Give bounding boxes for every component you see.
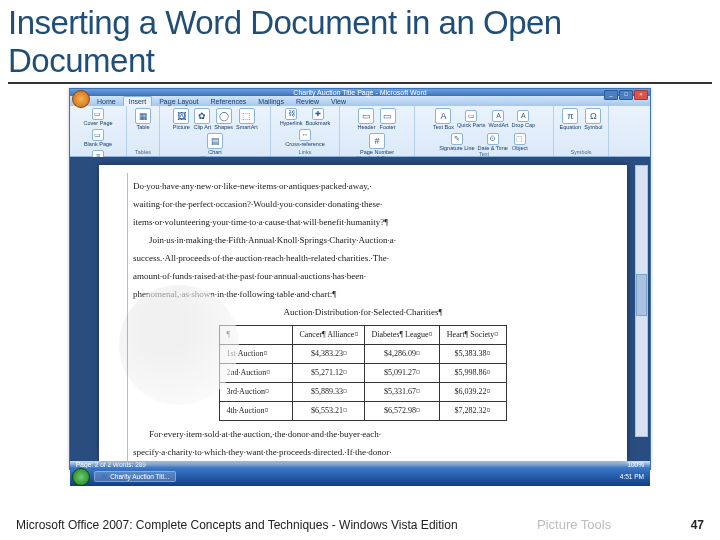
equation-button[interactable]: πEquation xyxy=(559,108,581,130)
table-row: 3rd·Auction¤$5,889.33¤$5,331.67¤$6,039.2… xyxy=(220,382,506,401)
drop-cap-button[interactable]: ADrop Cap xyxy=(512,110,536,128)
tab-review[interactable]: Review xyxy=(291,97,324,106)
start-button[interactable] xyxy=(72,468,90,486)
zoom-level[interactable]: 100% xyxy=(627,461,644,468)
group-label-tables: Tables xyxy=(135,149,151,155)
signature-line-button[interactable]: ✎Signature Line xyxy=(439,133,474,151)
chart-button[interactable]: ▤Chart xyxy=(206,133,224,155)
object-button[interactable]: ⬚Object xyxy=(511,133,529,151)
document-table: ¶ Cancer¶ Alliance¤ Diabetes¶ League¤ He… xyxy=(219,325,506,421)
quick-parts-button[interactable]: ▭Quick Parts xyxy=(457,110,485,128)
tab-view[interactable]: View xyxy=(326,97,351,106)
paragraph: items·or·volunteering·your·time·to·a·cau… xyxy=(133,213,593,231)
footer-text: Microsoft Office 2007: Complete Concepts… xyxy=(16,518,458,532)
office-button[interactable] xyxy=(72,90,90,108)
footer-button[interactable]: ▭Footer xyxy=(379,108,397,130)
tab-references[interactable]: References xyxy=(206,97,252,106)
cover-page-button[interactable]: ▭Cover Page xyxy=(83,108,112,126)
group-label-links: Links xyxy=(299,149,312,155)
tab-insert[interactable]: Insert xyxy=(123,96,153,106)
minimize-button[interactable]: _ xyxy=(604,90,618,100)
tab-home[interactable]: Home xyxy=(92,97,121,106)
scroll-thumb[interactable] xyxy=(636,274,647,316)
close-button[interactable]: × xyxy=(634,90,648,100)
vertical-scrollbar[interactable] xyxy=(635,165,648,437)
table-row: ¶ Cancer¶ Alliance¤ Diabetes¶ League¤ He… xyxy=(220,325,506,344)
group-text: AText Box ▭Quick Parts AWordArt ADrop Ca… xyxy=(415,106,554,156)
page-number-button[interactable]: #Page Number xyxy=(360,133,394,155)
text-box-button[interactable]: AText Box xyxy=(433,108,454,130)
taskbar: W Charity Auction Titl... 4:51 PM xyxy=(70,468,650,486)
word-window: Charity Auction Title Page - Microsoft W… xyxy=(69,88,651,470)
title-rule xyxy=(8,82,712,84)
system-clock: 4:51 PM xyxy=(620,473,650,480)
group-links: ⛓Hyperlink ✚Bookmark ↔Cross-reference Li… xyxy=(271,106,340,156)
group-pages: ▭Cover Page ▭Blank Page ≡Page Break Page… xyxy=(70,106,127,156)
date-time-button[interactable]: ⏲Date & Time xyxy=(478,133,508,151)
table-button[interactable]: ▦Table xyxy=(134,108,152,130)
window-title: Charity Auction Title Page - Microsoft W… xyxy=(293,89,426,96)
blank-page-button[interactable]: ▭Blank Page xyxy=(84,129,112,147)
paragraph: Join·us·in·making·the·Fifth·Annual·Knoll… xyxy=(133,231,593,249)
group-tables: ▦Table Tables xyxy=(127,106,160,156)
clip-art-button[interactable]: ✿Clip Art xyxy=(193,108,211,130)
smartart-button[interactable]: ⬚SmartArt xyxy=(236,108,258,130)
table-row: 1st·Auction¤$4,383.23¤$4,286.09¤$5,383.3… xyxy=(220,344,506,363)
paragraph: success.·All·proceeds·of·the·auction·rea… xyxy=(133,249,593,267)
picture-button[interactable]: 🖼Picture xyxy=(172,108,190,130)
header-button[interactable]: ▭Header xyxy=(357,108,375,130)
slide-title: Inserting a Word Document in an Open Doc… xyxy=(0,0,720,80)
shapes-button[interactable]: ◯Shapes xyxy=(214,108,233,130)
wordart-button[interactable]: AWordArt xyxy=(488,110,508,128)
paragraph: For·every·item·sold·at·the·auction,·the·… xyxy=(133,425,593,443)
window-titlebar: Charity Auction Title Page - Microsoft W… xyxy=(70,89,650,96)
document-area[interactable]: Do·you·have·any·new·or·like-new·items·or… xyxy=(70,157,650,461)
slide-page-number: 47 xyxy=(691,518,704,532)
table-header: Cancer¶ Alliance¤ xyxy=(293,325,365,344)
word-icon: W xyxy=(101,473,107,480)
maximize-button[interactable]: □ xyxy=(619,90,633,100)
group-label-symbols: Symbols xyxy=(570,149,591,155)
group-symbols: πEquation ΩSymbol Symbols xyxy=(554,106,609,156)
cross-reference-button[interactable]: ↔Cross-reference xyxy=(285,129,324,147)
paragraph: amount·of·funds·raised·at·the·past·four·… xyxy=(133,267,593,285)
group-header-footer: ▭Header ▭Footer #Page Number Header & Fo… xyxy=(340,106,415,156)
ribbon-tabs: Home Insert Page Layout References Maili… xyxy=(70,96,650,106)
status-bar: Page: 2 of 2 Words: 289 100% xyxy=(70,461,650,468)
table-header: Diabetes¶ League¤ xyxy=(365,325,439,344)
taskbar-item[interactable]: W Charity Auction Titl... xyxy=(94,471,176,482)
tab-page-layout[interactable]: Page Layout xyxy=(154,97,203,106)
tab-mailings[interactable]: Mailings xyxy=(253,97,289,106)
document-page: Do·you·have·any·new·or·like-new·items·or… xyxy=(99,165,627,461)
paragraph: Do·you·have·any·new·or·like-new·items·or… xyxy=(133,177,593,195)
group-illustrations: 🖼Picture ✿Clip Art ◯Shapes ⬚SmartArt ▤Ch… xyxy=(160,106,271,156)
status-left: Page: 2 of 2 Words: 289 xyxy=(76,461,146,468)
table-row: 4th·Auction¤$6,553.21¤$6,572.98¤$7,282.3… xyxy=(220,401,506,420)
table-header: Heart¶ Society¤ xyxy=(439,325,506,344)
bookmark-button[interactable]: ✚Bookmark xyxy=(306,108,331,126)
paragraph: specify·a·charity·to·which·they·want·the… xyxy=(133,443,593,461)
watermark-image xyxy=(119,285,239,405)
slide-footer: Microsoft Office 2007: Complete Concepts… xyxy=(0,517,720,532)
hyperlink-button[interactable]: ⛓Hyperlink xyxy=(280,108,303,126)
ghost-text: Picture Tools xyxy=(537,517,611,532)
symbol-button[interactable]: ΩSymbol xyxy=(584,108,602,130)
table-row: 2nd·Auction¤$5,271.12¤$5,091.27¤$5,998.8… xyxy=(220,363,506,382)
ribbon: ▭Cover Page ▭Blank Page ≡Page Break Page… xyxy=(70,106,650,157)
paragraph: waiting·for·the·perfect·occasion?·Would·… xyxy=(133,195,593,213)
